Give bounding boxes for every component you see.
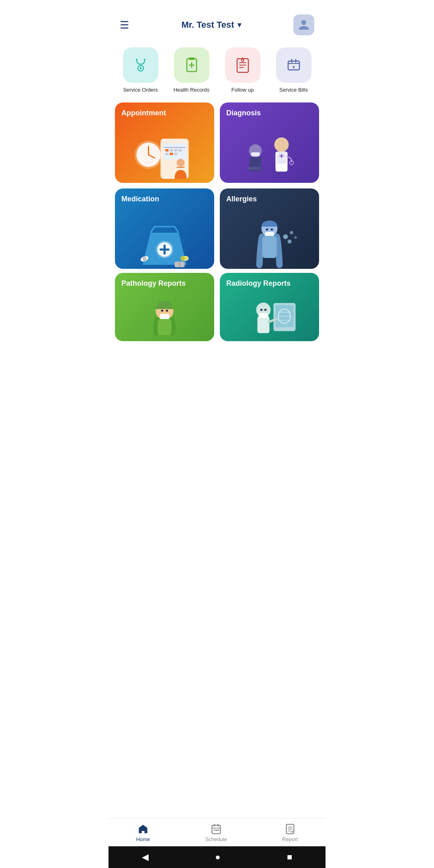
user-name-title[interactable]: Mr. Test Test ▾ [181,20,241,30]
svg-rect-72 [258,316,270,333]
svg-rect-67 [160,314,170,319]
svg-point-1 [139,68,141,70]
service-orders-icon-bg [123,47,158,83]
allergies-label: Allergies [220,188,319,203]
svg-rect-73 [259,313,268,318]
health-records-icon-bg [174,47,209,83]
svg-point-68 [161,310,164,312]
card-medication[interactable]: Medication [115,188,214,269]
svg-point-63 [290,231,293,234]
follow-up-icon [233,55,252,75]
svg-rect-31 [166,153,169,155]
svg-point-75 [264,309,267,311]
chevron-down-icon: ▾ [237,20,241,29]
service-bills-icon-bg [276,47,311,83]
card-pathology[interactable]: Pathology Reports [115,273,214,341]
svg-rect-29 [174,149,178,151]
svg-point-3 [144,59,145,60]
cards-grid-bottom: Pathology Reports Radiology Reports [108,273,326,385]
diagnosis-svg [220,127,319,183]
medication-illustration [115,203,214,269]
stethoscope-icon [131,55,150,75]
svg-point-74 [260,309,263,311]
svg-rect-45 [251,152,260,156]
diagnosis-label: Diagnosis [220,102,319,117]
medication-svg [115,213,214,269]
svg-rect-32 [170,153,173,155]
svg-point-12 [242,59,244,61]
health-records-icon [182,55,201,75]
svg-point-62 [283,234,288,239]
radiology-illustration [220,288,319,341]
pathology-label: Pathology Reports [115,273,214,288]
radiology-label: Radiology Reports [220,273,319,288]
service-bills-icon [284,55,303,75]
svg-point-64 [288,240,292,244]
quick-action-health-records[interactable]: Health Records [169,47,214,93]
appointment-label: Appointment [115,102,214,117]
svg-point-2 [136,59,137,60]
svg-rect-54 [181,256,185,261]
card-radiology[interactable]: Radiology Reports [220,273,319,341]
svg-point-36 [274,137,289,152]
follow-up-icon-bg [225,47,260,83]
health-records-label: Health Records [174,87,210,93]
svg-point-34 [177,159,185,167]
allergies-illustration [220,203,319,269]
svg-rect-35 [177,167,185,168]
quick-action-follow-up[interactable]: Follow up [220,47,265,93]
diagnosis-illustration [220,117,319,183]
svg-rect-33 [174,153,178,155]
svg-rect-28 [170,149,173,151]
svg-point-59 [266,229,268,231]
pathology-illustration [115,288,214,341]
service-bills-label: Service Bills [279,87,308,93]
allergies-svg [220,213,319,269]
pathology-svg [115,293,214,341]
svg-rect-44 [254,167,262,170]
service-orders-label: Service Orders [123,87,158,93]
card-appointment[interactable]: Appointment [115,102,214,183]
radiology-svg [220,293,319,341]
header: ☰ Mr. Test Test ▾ [108,0,326,43]
quick-action-service-orders[interactable]: Service Orders [118,47,163,93]
svg-rect-70 [158,319,172,335]
svg-point-69 [166,310,168,312]
svg-point-65 [295,236,297,239]
quick-action-service-bills[interactable]: Service Bills [271,47,316,93]
card-diagnosis[interactable]: Diagnosis [220,102,319,183]
menu-icon[interactable]: ☰ [120,19,129,31]
quick-actions-row: Service Orders Health Records Follow up [108,43,326,102]
appointment-svg [115,127,214,183]
svg-rect-30 [179,149,182,151]
svg-rect-27 [166,149,169,151]
svg-point-60 [271,229,273,231]
follow-up-label: Follow up [231,87,254,93]
appointment-illustration [115,117,214,183]
cards-grid-main: Appointment [108,102,326,273]
svg-rect-61 [262,236,277,258]
avatar[interactable] [293,14,314,35]
svg-rect-7 [189,57,194,60]
user-icon [298,19,310,31]
card-allergies[interactable]: Allergies [220,188,319,269]
medication-label: Medication [115,188,214,203]
